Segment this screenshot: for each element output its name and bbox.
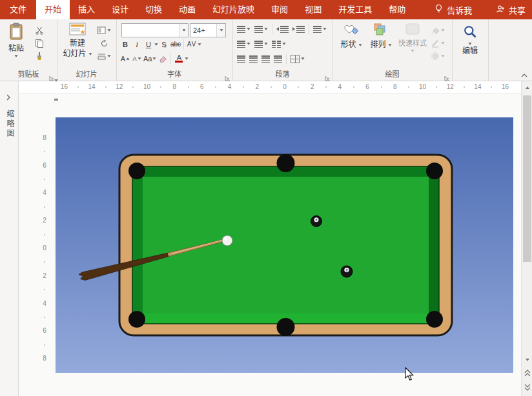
- font-name-combobox[interactable]: [121, 23, 189, 37]
- strikethrough-button[interactable]: abc: [170, 39, 181, 50]
- numbering-button[interactable]: [252, 23, 270, 35]
- hanging-indent-marker[interactable]: [54, 87, 58, 101]
- cut-button[interactable]: [32, 25, 46, 36]
- ruler-number: 4: [335, 83, 344, 91]
- columns-button[interactable]: [270, 38, 288, 50]
- pool-table[interactable]: [119, 154, 452, 336]
- magnifier-icon: [463, 25, 477, 41]
- new-slide-label-1: 新建: [70, 39, 85, 48]
- text-shadow-button[interactable]: S: [158, 39, 170, 50]
- shape-effects-button[interactable]: [431, 50, 445, 62]
- arrange-button[interactable]: 排列: [367, 23, 394, 49]
- ruler-tick: [160, 86, 161, 88]
- underline-dropdown-arrow[interactable]: [154, 43, 158, 45]
- align-text-button[interactable]: [252, 38, 270, 50]
- character-spacing-dropdown-arrow[interactable]: [198, 43, 201, 45]
- tab-developer[interactable]: 开发工具: [330, 0, 380, 19]
- ruler-number: 2: [252, 83, 261, 91]
- scroll-up-button[interactable]: [522, 83, 532, 93]
- tab-design[interactable]: 设计: [103, 0, 137, 19]
- decrease-indent-button[interactable]: [274, 23, 291, 35]
- paragraph-group-label: 段落: [232, 68, 332, 79]
- format-painter-icon: [35, 52, 44, 61]
- tab-transitions[interactable]: 切换: [137, 0, 170, 19]
- ruler-number: 12: [115, 83, 124, 91]
- tab-insert[interactable]: 插入: [70, 0, 103, 19]
- collapse-ribbon-button[interactable]: [519, 71, 529, 79]
- expand-pane-chevron-icon[interactable]: [6, 92, 10, 103]
- font-color-dropdown-arrow[interactable]: [185, 57, 189, 59]
- line-spacing-button[interactable]: [311, 23, 329, 35]
- copy-button[interactable]: [32, 37, 46, 49]
- tab-slide-show[interactable]: 幻灯片放映: [204, 0, 263, 19]
- align-right-button[interactable]: [260, 53, 272, 64]
- ruler-tick: [381, 86, 382, 88]
- new-slide-dropdown-arrow: [88, 53, 92, 55]
- change-case-button[interactable]: Aa: [143, 53, 157, 64]
- paste-button[interactable]: 粘贴: [3, 23, 30, 57]
- slide-layout-button[interactable]: [97, 25, 111, 36]
- separator: [272, 24, 272, 34]
- increase-indent-button[interactable]: [291, 23, 307, 35]
- quick-styles-button[interactable]: 快速样式: [396, 23, 429, 52]
- italic-button[interactable]: I: [131, 39, 143, 50]
- underline-button[interactable]: U: [143, 39, 154, 50]
- character-spacing-button[interactable]: AV: [186, 39, 198, 50]
- quick-styles-icon: [405, 23, 420, 37]
- shape-outline-button[interactable]: [431, 37, 445, 49]
- align-center-button[interactable]: [247, 53, 260, 64]
- arrange-label: 排列: [370, 41, 385, 49]
- reset-slide-button[interactable]: [97, 37, 111, 49]
- tab-home[interactable]: 开始: [36, 0, 70, 19]
- paste-dropdown-arrow: [14, 55, 17, 57]
- font-size-combobox[interactable]: 24+: [190, 23, 226, 37]
- ruler-tick: [436, 86, 437, 88]
- text-direction-button[interactable]: [235, 38, 252, 50]
- eight-ball-2[interactable]: 8: [341, 266, 353, 277]
- share-button[interactable]: 共享: [496, 0, 526, 19]
- pool-table-drawing[interactable]: 8 8: [56, 117, 513, 373]
- scrollbar-thumb[interactable]: [523, 95, 531, 262]
- ruler-tick: [188, 86, 189, 88]
- bold-button[interactable]: B: [119, 39, 131, 50]
- new-slide-button[interactable]: 新建 幻灯片: [59, 23, 96, 58]
- tab-view[interactable]: 视图: [296, 0, 330, 19]
- convert-smartart-button[interactable]: [289, 53, 307, 64]
- format-painter-button[interactable]: [32, 50, 46, 62]
- tab-file[interactable]: 文件: [0, 0, 36, 19]
- ruler-number: 6: [40, 327, 49, 335]
- editing-button[interactable]: 编辑: [456, 25, 484, 55]
- ruler-tick: [77, 86, 79, 88]
- section-button[interactable]: [97, 50, 111, 62]
- grow-font-button[interactable]: A: [119, 53, 131, 64]
- tab-animations[interactable]: 动画: [170, 0, 204, 19]
- ruler-tick: [464, 86, 465, 88]
- previous-slide-button[interactable]: [522, 368, 532, 378]
- font-color-button[interactable]: A: [173, 53, 185, 64]
- shapes-button[interactable]: 形状: [338, 23, 365, 49]
- ruler-number: 14: [473, 83, 482, 91]
- font-name-dropdown[interactable]: [179, 24, 188, 37]
- next-slide-button[interactable]: [522, 382, 532, 392]
- paragraph-group: 段落: [232, 19, 333, 81]
- vertical-scrollbar[interactable]: [521, 81, 532, 396]
- drawing-group: 形状 排列 快速样式: [332, 19, 453, 81]
- align-left-button[interactable]: [235, 53, 247, 64]
- slide[interactable]: 8 8: [56, 117, 513, 373]
- ruler-number: 2: [308, 83, 317, 91]
- bullets-button[interactable]: [235, 23, 252, 35]
- eight-ball-1[interactable]: 8: [311, 216, 322, 227]
- tab-review[interactable]: 审阅: [263, 0, 296, 19]
- clipboard-group-label: 剪贴板: [0, 68, 57, 79]
- thumbnails-pane-collapsed[interactable]: 缩略图: [0, 81, 19, 396]
- shape-fill-button[interactable]: [431, 25, 445, 36]
- font-size-dropdown[interactable]: [216, 24, 225, 37]
- clear-formatting-button[interactable]: [157, 53, 169, 64]
- tell-me-button[interactable]: 告诉我: [435, 0, 472, 19]
- shrink-font-button[interactable]: A: [131, 53, 143, 64]
- justify-button[interactable]: [272, 53, 284, 64]
- cue-ball[interactable]: [222, 235, 232, 246]
- scroll-down-button[interactable]: [522, 355, 532, 365]
- ruler-number: 16: [59, 83, 68, 91]
- tab-help[interactable]: 帮助: [380, 0, 414, 19]
